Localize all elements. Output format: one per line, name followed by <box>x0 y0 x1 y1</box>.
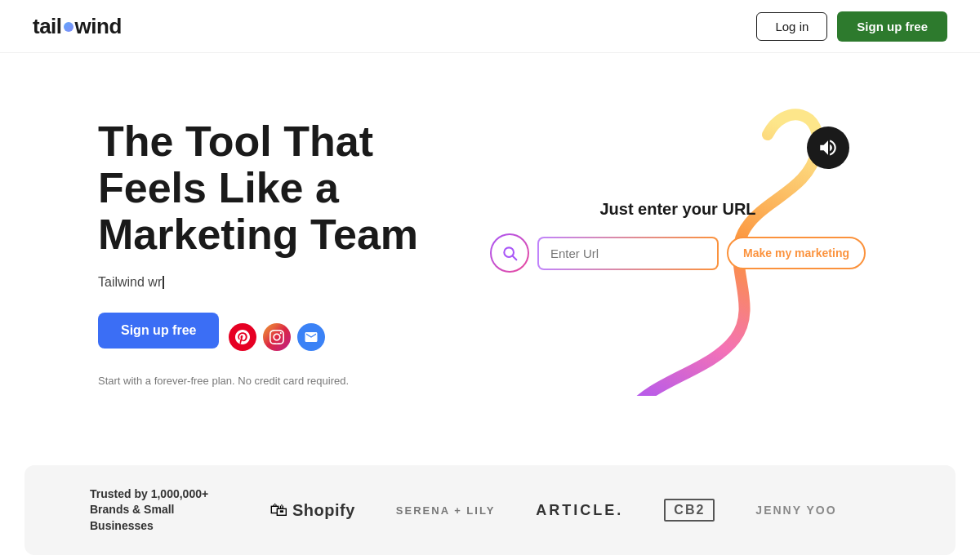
pinterest-icon[interactable] <box>229 323 256 351</box>
hero-right: Just enter your URL Make my marketing <box>441 102 915 412</box>
search-circle <box>490 233 529 273</box>
hero-subtitle: Tailwind wr <box>98 275 441 290</box>
logo-text-wind: wind <box>75 14 122 39</box>
email-icon[interactable] <box>297 323 325 351</box>
svg-point-0 <box>64 22 74 32</box>
logo-text-tail: tail <box>33 14 62 39</box>
hero-cta-row: Sign up free <box>98 313 441 362</box>
signup-hero-button[interactable]: Sign up free <box>98 313 219 349</box>
make-marketing-button[interactable]: Make my marketing <box>727 237 866 269</box>
signup-nav-button[interactable]: Sign up free <box>837 11 947 42</box>
url-input[interactable] <box>539 238 717 269</box>
trusted-logos: 🛍 Shopify SERENA + LILY ARTICLE. CB2 JEN… <box>270 499 890 522</box>
hero-title: The Tool That Feels Like a Marketing Tea… <box>98 118 441 259</box>
logo[interactable]: tail wind <box>33 14 122 39</box>
logo-icon-dot <box>63 13 74 38</box>
social-icons <box>229 323 325 351</box>
instagram-icon[interactable] <box>263 323 291 351</box>
cb2-logo: CB2 <box>664 499 715 522</box>
svg-line-2 <box>513 256 517 260</box>
jenny-logo: JENNY YOO <box>755 504 836 517</box>
shopify-logo: 🛍 Shopify <box>270 500 355 521</box>
url-input-row: Make my marketing <box>490 233 866 273</box>
hero-left: The Tool That Feels Like a Marketing Tea… <box>98 102 441 387</box>
trusted-bar: Trusted by 1,000,000+ Brands & Small Bus… <box>24 465 956 555</box>
main-content: The Tool That Feels Like a Marketing Tea… <box>0 53 980 465</box>
hero-note: Start with a forever-free plan. No credi… <box>98 375 441 387</box>
shopify-icon: 🛍 <box>270 500 287 521</box>
video-sound-button[interactable] <box>807 127 849 169</box>
shopify-label: Shopify <box>292 501 355 520</box>
navbar: tail wind Log in Sign up free <box>0 0 980 53</box>
nav-actions: Log in Sign up free <box>756 11 947 42</box>
url-section-label: Just enter your URL <box>490 200 866 219</box>
trusted-label: Trusted by 1,000,000+ Brands & Small Bus… <box>90 486 220 535</box>
login-button[interactable]: Log in <box>756 12 827 41</box>
url-section: Just enter your URL Make my marketing <box>490 200 866 273</box>
url-input-wrapper <box>537 237 719 270</box>
serena-logo: SERENA + LILY <box>396 504 495 517</box>
article-logo: ARTICLE. <box>536 502 623 519</box>
